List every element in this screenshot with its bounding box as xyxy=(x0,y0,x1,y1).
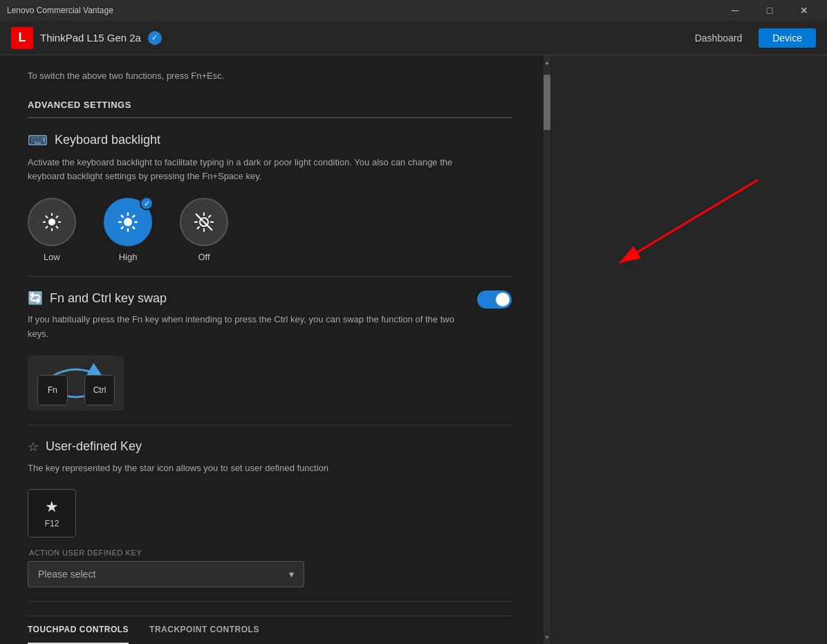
dropdown-value: Please select xyxy=(38,569,95,580)
titlebar: Lenovo Commercial Vantage ─ □ ✕ xyxy=(0,0,827,21)
user-defined-section: ☆ User-defined Key The key represented b… xyxy=(28,439,512,588)
fn-ctrl-toggle-container xyxy=(477,291,512,309)
main-layout: To switch the above two functions, press… xyxy=(0,55,827,644)
svg-line-7 xyxy=(56,216,58,218)
svg-point-0 xyxy=(48,219,55,226)
high-check-badge: ✓ xyxy=(140,196,154,210)
divider-2 xyxy=(28,425,512,425)
fn-ctrl-left: 🔄 Fn and Ctrl key swap If you habitually… xyxy=(28,291,463,411)
headerbar-left: L ThinkPad L15 Gen 2a ✓ xyxy=(11,27,162,49)
fn-ctrl-section: 🔄 Fn and Ctrl key swap If you habitually… xyxy=(28,291,512,411)
backlight-off-label: Off xyxy=(198,252,210,262)
bottom-tabs: TOUCHPAD CONTROLS TRACKPOINT CONTROLS xyxy=(28,616,512,644)
keyboard-backlight-section: ⌨ Keyboard backlight Activate the keyboa… xyxy=(28,132,512,263)
titlebar-controls: ─ □ ✕ xyxy=(719,0,820,21)
fn-swap-image: Fn Ctrl xyxy=(28,356,124,411)
toggle-knob xyxy=(496,293,510,306)
star-icon: ☆ xyxy=(28,439,39,454)
f12-key-label: F12 xyxy=(45,519,59,528)
headerbar: L ThinkPad L15 Gen 2a ✓ Dashboard Device xyxy=(0,21,827,55)
svg-line-25 xyxy=(209,215,212,218)
backlight-high-icon xyxy=(117,211,139,233)
svg-point-9 xyxy=(124,218,132,226)
action-dropdown[interactable]: Please select ▾ xyxy=(28,561,304,587)
backlight-off-icon xyxy=(193,211,215,233)
scroll-down-arrow[interactable]: ▼ xyxy=(543,632,550,643)
fn-esc-note: To switch the above two functions, press… xyxy=(28,69,512,83)
keyboard-backlight-desc: Activate the keyboard backlight to facil… xyxy=(28,156,484,185)
fn-ctrl-desc: If you habitually press the Fn key when … xyxy=(28,313,463,342)
svg-line-29 xyxy=(620,180,758,263)
f12-star-icon: ★ xyxy=(45,498,59,516)
user-defined-header: ☆ User-defined Key xyxy=(28,439,512,454)
svg-line-8 xyxy=(46,226,48,228)
backlight-options: Low xyxy=(28,198,512,262)
backlight-off[interactable]: Off xyxy=(180,198,228,262)
backlight-low-icon xyxy=(41,211,63,233)
dashboard-button[interactable]: Dashboard xyxy=(681,28,756,48)
user-defined-title: User-defined Key xyxy=(46,439,142,454)
content-area: To switch the above two functions, press… xyxy=(0,55,543,644)
device-button[interactable]: Device xyxy=(759,28,816,48)
divider-3 xyxy=(28,601,512,602)
svg-line-14 xyxy=(121,215,124,218)
scrollbar[interactable]: ▲ ▼ xyxy=(543,55,550,644)
f12-key-image: ★ F12 xyxy=(28,489,76,537)
fn-ctrl-row: 🔄 Fn and Ctrl key swap If you habitually… xyxy=(28,291,512,411)
nav-buttons: Dashboard Device xyxy=(681,28,816,48)
advanced-settings-title: ADVANCED SETTINGS xyxy=(28,100,512,118)
device-name: ThinkPad L15 Gen 2a xyxy=(40,32,141,44)
annotation-arrow xyxy=(564,166,799,304)
sync-icon: 🔄 xyxy=(28,291,43,306)
fn-ctrl-header: 🔄 Fn and Ctrl key swap xyxy=(28,291,463,306)
backlight-high-circle: ✓ xyxy=(104,198,152,246)
scroll-up-arrow[interactable]: ▲ xyxy=(543,57,550,68)
backlight-low-label: Low xyxy=(44,252,60,262)
minimize-button[interactable]: ─ xyxy=(719,0,751,21)
backlight-low[interactable]: Low xyxy=(28,198,76,262)
backlight-high-label: High xyxy=(119,252,138,262)
scrollbar-thumb[interactable] xyxy=(543,75,550,130)
svg-line-6 xyxy=(56,226,58,228)
backlight-off-circle xyxy=(180,198,228,246)
logo: L xyxy=(11,27,33,49)
close-button[interactable]: ✕ xyxy=(788,0,820,21)
user-defined-desc: The key represented by the star icon all… xyxy=(28,461,484,476)
svg-line-15 xyxy=(133,227,136,230)
dropdown-label: ACTION USER DEFINED KEY xyxy=(28,549,304,557)
app-title: Lenovo Commercial Vantage xyxy=(7,6,113,15)
keyboard-backlight-header: ⌨ Keyboard backlight xyxy=(28,132,512,149)
fn-ctrl-toggle[interactable] xyxy=(477,291,512,309)
chevron-down-icon: ▾ xyxy=(289,569,294,580)
verified-badge: ✓ xyxy=(148,31,162,45)
backlight-high[interactable]: ✓ High xyxy=(104,198,152,262)
content-inner: To switch the above two functions, press… xyxy=(0,55,539,644)
tab-trackpoint-controls[interactable]: TRACKPOINT CONTROLS xyxy=(149,616,259,644)
svg-line-26 xyxy=(197,227,200,230)
fn-key: Fn xyxy=(37,375,68,405)
svg-line-16 xyxy=(133,215,136,218)
tab-touchpad-controls[interactable]: TOUCHPAD CONTROLS xyxy=(28,616,129,644)
divider-1 xyxy=(28,276,512,277)
titlebar-left: Lenovo Commercial Vantage xyxy=(7,6,113,15)
keyboard-icon: ⌨ xyxy=(28,132,48,149)
dropdown-group: ACTION USER DEFINED KEY Please select ▾ xyxy=(28,549,304,587)
backlight-low-circle xyxy=(28,198,76,246)
fn-ctrl-title: Fn and Ctrl key swap xyxy=(50,291,167,306)
svg-line-5 xyxy=(46,216,48,218)
maximize-button[interactable]: □ xyxy=(754,0,786,21)
svg-line-17 xyxy=(121,227,124,230)
ctrl-key: Ctrl xyxy=(84,375,115,405)
keyboard-backlight-title: Keyboard backlight xyxy=(55,133,160,147)
right-panel xyxy=(550,55,827,644)
